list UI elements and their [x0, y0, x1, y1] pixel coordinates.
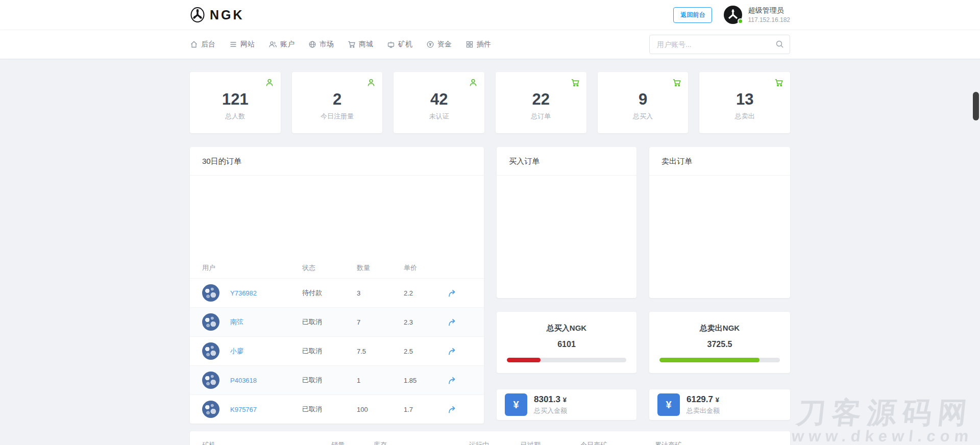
yuan-icon: ¥ — [505, 393, 527, 416]
order-detail-arrow-icon[interactable] — [448, 376, 456, 385]
buy-orders-panel: 买入订单 — [497, 147, 636, 298]
miners-col-header: 销量 — [331, 440, 374, 445]
globe-icon — [308, 40, 316, 48]
stat-label: 总订单 — [496, 112, 586, 121]
buy-progress-bar — [507, 358, 626, 362]
total-buy-amount-card: ¥ 8301.3 ¥ 总买入金额 — [497, 389, 636, 420]
user-box[interactable]: 超级管理员 117.152.16.182 — [723, 5, 790, 24]
users-icon — [268, 40, 277, 48]
nav-label: 商城 — [359, 40, 373, 49]
buy-orders-title: 买入订单 — [497, 147, 636, 176]
nav-item-mall[interactable]: 商城 — [348, 40, 373, 49]
user-avatar — [202, 401, 219, 418]
stat-label: 总买入 — [598, 112, 689, 121]
user-link[interactable]: K975767 — [230, 406, 257, 413]
buy-progress-fill — [507, 358, 541, 362]
order-qty: 1 — [357, 377, 404, 384]
top-bar: NGK 返回前台 超级管理员 117.152.16.182 — [0, 0, 980, 30]
stat-value: 121 — [190, 91, 281, 108]
miners-col-header: 今日产矿 — [580, 440, 655, 445]
sell-progress-fill — [659, 358, 760, 362]
sell-progress-bar — [659, 358, 780, 362]
order-status: 已取消 — [302, 405, 357, 414]
search-input[interactable] — [649, 35, 790, 54]
user-avatar — [202, 342, 219, 360]
order-price: 2.5 — [404, 348, 448, 355]
brand-logo: NGK — [190, 7, 244, 23]
stat-label: 总卖出 — [699, 112, 790, 121]
user-icon — [366, 78, 376, 87]
stat-card-total-sell: 13 总卖出 — [699, 72, 790, 133]
user-link[interactable]: P403618 — [230, 377, 257, 384]
col-price: 单价 — [404, 263, 448, 273]
orders-30d-title: 30日的订单 — [190, 147, 484, 176]
sell-orders-panel: 卖出订单 — [649, 147, 790, 298]
nav-item-funds[interactable]: 资金 — [426, 40, 452, 49]
stat-card-today-registered: 2 今日注册量 — [292, 72, 383, 133]
total-sell-ngk-title: 总卖出NGK — [649, 324, 790, 333]
order-price: 2.2 — [404, 289, 448, 297]
nav-label: 网站 — [240, 40, 255, 49]
order-price: 1.7 — [404, 406, 448, 413]
home-icon — [190, 40, 198, 48]
buy-amount-value: 8301.3 — [534, 394, 560, 404]
search-icon[interactable] — [775, 40, 784, 48]
list-icon — [229, 40, 237, 48]
logo-text: NGK — [210, 8, 244, 22]
nav-item-dashboard[interactable]: 后台 — [190, 40, 215, 49]
nav-item-miners[interactable]: 矿机 — [387, 40, 412, 49]
order-detail-arrow-icon[interactable] — [448, 289, 456, 298]
order-status: 已取消 — [302, 376, 357, 385]
nav-item-plugins[interactable]: 插件 — [465, 40, 491, 49]
order-detail-arrow-icon[interactable] — [448, 347, 456, 356]
admin-avatar[interactable] — [723, 5, 743, 24]
vertical-scrollbar-thumb[interactable] — [973, 92, 979, 120]
sell-amount-label: 总卖出金额 — [687, 406, 720, 415]
order-row: K975767 已取消 100 1.7 — [190, 394, 484, 424]
stat-value: 13 — [699, 91, 790, 108]
cart-icon — [774, 78, 783, 87]
nav-item-website[interactable]: 网站 — [229, 40, 255, 49]
col-qty: 数量 — [357, 263, 404, 273]
back-to-front-button[interactable]: 返回前台 — [673, 7, 712, 23]
nav-label: 市场 — [320, 40, 334, 49]
order-price: 2.3 — [404, 318, 448, 326]
nav-item-accounts[interactable]: 账户 — [268, 40, 295, 49]
nav-item-market[interactable]: 市场 — [308, 40, 334, 49]
total-buy-ngk-title: 总买入NGK — [497, 324, 636, 333]
user-avatar — [202, 313, 219, 331]
sell-amount-currency: ¥ — [716, 396, 719, 404]
total-buy-ngk-value: 6101 — [497, 340, 636, 349]
col-user: 用户 — [202, 263, 302, 273]
total-buy-ngk-card: 总买入NGK 6101 — [497, 312, 636, 373]
order-row: 南弦 已取消 7 2.3 — [190, 307, 484, 336]
buy-amount-currency: ¥ — [563, 396, 567, 404]
nav-label: 资金 — [437, 40, 452, 49]
admin-name: 超级管理员 — [748, 6, 790, 15]
stat-label: 今日注册量 — [292, 112, 383, 121]
orders-chart-area — [190, 176, 484, 258]
search-box — [649, 35, 790, 54]
col-status: 状态 — [302, 263, 357, 273]
stat-value: 2 — [292, 91, 383, 108]
order-detail-arrow-icon[interactable] — [448, 405, 456, 414]
user-link[interactable]: Y736982 — [230, 289, 257, 297]
order-status: 待付款 — [302, 288, 357, 298]
stat-card-total-orders: 22 总订单 — [496, 72, 586, 133]
user-icon — [469, 78, 478, 87]
order-detail-arrow-icon[interactable] — [448, 318, 456, 327]
plugin-grid-icon — [465, 40, 474, 48]
order-status: 已取消 — [302, 347, 357, 356]
nav-label: 后台 — [201, 40, 215, 49]
main-nav: 后台 网站 账户 — [0, 30, 980, 59]
miners-col-header: 库存 — [374, 440, 469, 445]
buy-amount-label: 总买入金额 — [534, 406, 567, 415]
order-row: 小廖 已取消 7.5 2.5 — [190, 336, 484, 365]
stat-value: 9 — [598, 91, 689, 108]
nav-label: 插件 — [477, 40, 491, 49]
admin-ip: 117.152.16.182 — [748, 16, 790, 23]
user-link[interactable]: 小廖 — [230, 347, 243, 356]
user-link[interactable]: 南弦 — [230, 317, 243, 327]
sell-amount-value: 6129.7 — [687, 394, 713, 404]
order-qty: 7.5 — [357, 348, 404, 355]
